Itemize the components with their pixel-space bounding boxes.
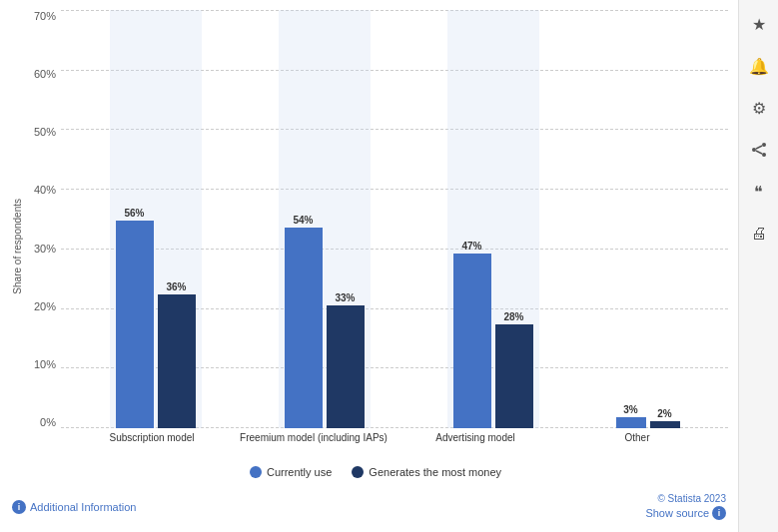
legend-item: Currently use: [250, 466, 332, 478]
bar-value-label: 33%: [335, 292, 355, 303]
copyright-text: © Statista 2023: [657, 493, 726, 504]
bar-value-label: 56%: [124, 208, 144, 219]
chart-inner: 56%36%54%33%47%28%3%2% Subscription mode…: [61, 10, 728, 458]
x-axis-label: Advertising model: [435, 432, 514, 444]
bar-fill: [116, 221, 154, 428]
bar-fill: [650, 421, 680, 428]
chart-legend: Currently useGenerates the most money: [23, 458, 728, 482]
sidebar: ★ 🔔 ⚙ ❝ 🖨: [738, 0, 778, 532]
footer-right: © Statista 2023 Show source i: [645, 493, 726, 520]
bar-group: 54%33%: [279, 10, 371, 428]
y-tick: 70%: [34, 10, 56, 22]
star-icon[interactable]: ★: [745, 10, 773, 38]
bar-fill: [616, 417, 646, 428]
bar-rect: 2%: [650, 408, 680, 428]
bar-value-label: 47%: [461, 241, 481, 252]
x-labels: Subscription modelFreemium model (includ…: [61, 428, 728, 458]
bar: 56%: [116, 10, 154, 428]
x-axis-label: Subscription model: [109, 432, 194, 444]
bar-value-label: 54%: [293, 215, 313, 226]
chart-wrapper: 70%60%50%40%30%20%10%0% 56%36%54%33%47%2…: [23, 10, 728, 458]
bar-value-label: 3%: [623, 404, 637, 415]
additional-info-link[interactable]: i Additional Information: [12, 500, 136, 514]
quote-icon[interactable]: ❝: [745, 178, 773, 206]
bar-rect: 28%: [495, 311, 533, 428]
bar: 54%: [285, 10, 323, 428]
bar: 33%: [327, 10, 365, 428]
bar-group: 3%2%: [616, 10, 680, 428]
bars-container: 56%36%54%33%47%28%3%2%: [61, 10, 728, 428]
y-tick: 30%: [34, 243, 56, 255]
footer: i Additional Information © Statista 2023…: [10, 487, 728, 522]
gear-icon[interactable]: ⚙: [745, 94, 773, 122]
svg-line-4: [756, 151, 762, 154]
bar-rect: 3%: [616, 404, 646, 428]
svg-line-3: [756, 146, 762, 149]
bar: 3%: [616, 10, 646, 428]
main-content: Share of respondents 70%60%50%40%30%20%1…: [0, 0, 738, 532]
bar-fill: [327, 305, 365, 428]
grid-and-bars: 56%36%54%33%47%28%3%2% Subscription mode…: [61, 10, 728, 458]
legend-item: Generates the most money: [352, 466, 501, 478]
bar-value-label: 2%: [657, 408, 671, 419]
y-axis: 70%60%50%40%30%20%10%0%: [23, 10, 61, 458]
bar-group: 47%28%: [447, 10, 539, 428]
svg-point-1: [752, 148, 756, 152]
bar-fill: [495, 324, 533, 428]
y-axis-label-wrapper: Share of respondents: [10, 10, 23, 482]
bar: 2%: [650, 10, 680, 428]
bar-group: 56%36%: [110, 10, 202, 428]
bar-rect: 36%: [158, 281, 196, 428]
legend-color-dot: [352, 466, 364, 478]
x-label-group: Subscription model: [71, 428, 233, 458]
bar-fill: [453, 254, 491, 428]
bar-rect: 33%: [327, 292, 365, 428]
x-axis-label: Freemium model (including IAPs): [240, 432, 388, 444]
y-tick: 60%: [34, 68, 56, 80]
x-label-group: Advertising model: [394, 428, 556, 458]
x-label-group: Other: [556, 428, 718, 458]
share-icon[interactable]: [745, 136, 773, 164]
y-axis-title: Share of respondents: [10, 199, 23, 294]
y-tick: 10%: [34, 358, 56, 370]
bar-value-label: 36%: [166, 281, 186, 292]
bar-fill: [158, 294, 196, 428]
y-tick: 0%: [40, 416, 56, 428]
bar-rect: 54%: [285, 215, 323, 428]
svg-point-0: [762, 143, 766, 147]
chart-area: Share of respondents 70%60%50%40%30%20%1…: [10, 10, 728, 487]
x-axis-label: Other: [624, 432, 649, 444]
y-tick: 20%: [34, 300, 56, 312]
show-source-label: Show source: [645, 507, 709, 519]
bar: 28%: [495, 10, 533, 428]
chart-outer: Share of respondents 70%60%50%40%30%20%1…: [10, 10, 728, 482]
y-tick: 40%: [34, 184, 56, 196]
y-tick: 50%: [34, 126, 56, 138]
bar-rect: 56%: [116, 208, 154, 428]
bell-icon[interactable]: 🔔: [745, 52, 773, 80]
svg-point-2: [762, 153, 766, 157]
x-label-group: Freemium model (including IAPs): [233, 428, 394, 458]
bar: 36%: [158, 10, 196, 428]
print-icon[interactable]: 🖨: [745, 220, 773, 248]
legend-label: Currently use: [267, 466, 332, 478]
bar-rect: 47%: [453, 241, 491, 428]
bar-fill: [285, 228, 323, 428]
bar-value-label: 28%: [503, 311, 523, 322]
bar: 47%: [453, 10, 491, 428]
additional-info-label: Additional Information: [30, 501, 136, 513]
info-icon: i: [12, 500, 26, 514]
show-source-link[interactable]: Show source i: [645, 506, 726, 520]
legend-label: Generates the most money: [369, 466, 501, 478]
show-source-icon: i: [712, 506, 726, 520]
legend-color-dot: [250, 466, 262, 478]
